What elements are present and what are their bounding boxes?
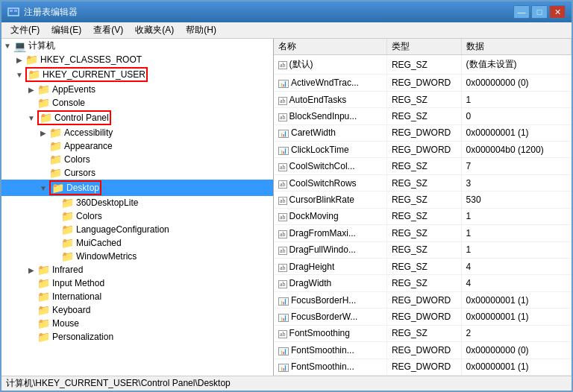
table-row[interactable]: abCursorBlinkRate REG_SZ 530 — [274, 192, 572, 208]
tree-label-personalization: Personalization — [52, 332, 273, 342]
collapse-icon[interactable]: ▼ — [37, 184, 49, 192]
cell-name: 📊FontSmoothin... — [274, 358, 386, 375]
tree-item-windowmetrics[interactable]: 📁WindowMetrics — [1, 250, 273, 263]
close-button[interactable]: ✕ — [549, 5, 566, 19]
reg-sz-icon: ab — [278, 61, 287, 69]
table-row[interactable]: abCoolSwitchRows REG_SZ 3 — [274, 174, 572, 191]
table-row[interactable]: 📊CaretWidth REG_DWORD 0x00000001 (1) — [274, 124, 572, 141]
reg-sz-icon: ab — [278, 197, 287, 205]
tree-item-accessibility[interactable]: ▶📁Accessibility — [1, 126, 273, 139]
folder-icon: 📁 — [37, 97, 50, 109]
tree-item-muicached[interactable]: 📁MuiCached — [1, 236, 273, 250]
tree-item-desktopcolors[interactable]: 📁Colors — [1, 209, 273, 223]
menu-item[interactable]: 编辑(E) — [46, 22, 87, 38]
collapse-icon[interactable]: ▼ — [25, 114, 37, 122]
expand-icon[interactable]: ▶ — [25, 86, 37, 94]
tree-item-desktop[interactable]: ▼ 📁 Desktop — [1, 180, 273, 196]
table-row[interactable]: 📊FontSmoothin... REG_DWORD 0x00000001 (1… — [274, 358, 572, 375]
tree-label-mouse: Mouse — [52, 318, 273, 329]
table-row[interactable]: 📊ActiveWndTrac... REG_DWORD 0x00000000 (… — [274, 75, 572, 91]
table-row[interactable]: abFontSmoothing REG_SZ 2 — [274, 325, 572, 341]
cell-name: abCoolSwitchRows — [274, 174, 386, 191]
tree-item-inputmethod[interactable]: 📁Input Method — [1, 276, 273, 290]
reg-sz-icon: ab — [278, 264, 287, 272]
cell-type: REG_SZ — [386, 241, 461, 258]
folder-icon: 📁 — [28, 69, 40, 80]
tree-label-controlpanel: Control Panel — [54, 113, 109, 123]
minimize-button[interactable]: — — [513, 5, 530, 19]
cell-data: 0x000004b0 (1200) — [461, 142, 571, 158]
cell-data: 0x00000001 (1) — [461, 291, 571, 308]
menu-item[interactable]: 查看(V) — [87, 22, 129, 38]
table-row[interactable]: abDockMoving REG_SZ 1 — [274, 208, 572, 224]
table-row[interactable]: abCoolSwitchCol... REG_SZ 7 — [274, 158, 572, 174]
cell-type: REG_SZ — [386, 325, 461, 341]
folder-icon: 📁 — [37, 304, 50, 316]
tree-item-hkcu[interactable]: ▼ 📁 HKEY_CURRENT_USER — [1, 66, 273, 83]
tree-item-cursors[interactable]: 📁Cursors — [1, 166, 273, 180]
tree-label-windowmetrics: WindowMetrics — [76, 251, 273, 262]
tree-item-desktoplite[interactable]: 📁360DesktopLite — [1, 196, 273, 209]
tree-item-appearance[interactable]: 📁Appearance — [1, 139, 273, 153]
title-bar: 注册表编辑器 — □ ✕ — [1, 1, 572, 22]
table-row[interactable]: abDragFullWindo... REG_SZ 1 — [274, 241, 572, 258]
menu-item[interactable]: 文件(F) — [4, 22, 46, 38]
reg-dword-icon: 📊 — [278, 297, 289, 306]
expand-icon[interactable]: ▶ — [37, 129, 49, 137]
tree-item-international[interactable]: 📁International — [1, 290, 273, 303]
table-row[interactable]: abDragWidth REG_SZ 4 — [274, 275, 572, 291]
menu-item[interactable]: 帮助(H) — [180, 22, 222, 38]
tree-label-infrared: Infrared — [52, 265, 273, 275]
tree-item-console[interactable]: 📁Console — [1, 96, 273, 110]
cell-data: 3 — [461, 174, 571, 191]
table-row[interactable]: 📊FocusBorderW... REG_DWORD 0x00000001 (1… — [274, 309, 572, 325]
tree-item-keyboard[interactable]: 📁Keyboard — [1, 303, 273, 317]
table-row[interactable]: ab(默认) REG_SZ (数值未设置) — [274, 55, 572, 75]
cell-type: REG_DWORD — [386, 124, 461, 141]
cell-name: 📊CaretWidth — [274, 124, 386, 141]
svg-rect-2 — [14, 10, 17, 12]
restore-button[interactable]: □ — [531, 5, 548, 19]
title-text: 注册表编辑器 — [24, 6, 513, 19]
tree-item-mouse[interactable]: 📁Mouse — [1, 317, 273, 330]
cell-type: REG_DWORD — [386, 309, 461, 325]
app-icon — [7, 6, 19, 18]
reg-sz-icon: ab — [278, 97, 287, 105]
reg-sz-icon: ab — [278, 180, 287, 189]
folder-icon: 📁 — [37, 83, 50, 95]
table-row[interactable]: 📊ClickLockTime REG_DWORD 0x000004b0 (120… — [274, 142, 572, 158]
expand-icon[interactable]: ▶ — [25, 266, 37, 274]
table-row[interactable]: abDragHeight REG_SZ 4 — [274, 259, 572, 275]
collapse-icon[interactable]: ▼ — [13, 71, 25, 79]
collapse-icon[interactable]: ▼ — [1, 42, 13, 50]
tree-label-international: International — [52, 291, 273, 302]
table-row[interactable]: 📊FontSmoothin... REG_DWORD 0x00000000 (0… — [274, 342, 572, 358]
tree-label-accessibility: Accessibility — [64, 127, 273, 138]
cell-data: 4 — [461, 275, 571, 291]
folder-icon: 📁 — [37, 277, 50, 289]
table-row[interactable]: abAutoEndTasks REG_SZ 1 — [274, 91, 572, 107]
tree-item-appevents[interactable]: ▶📁AppEvents — [1, 83, 273, 96]
cell-type: REG_SZ — [386, 225, 461, 241]
col-name: 名称 — [274, 39, 386, 55]
cell-data: 0x00000001 (1) — [461, 124, 571, 141]
tree-item-colors[interactable]: 📁Colors — [1, 153, 273, 166]
folder-icon: 📁 — [40, 112, 52, 124]
folder-icon: 📁 — [51, 182, 64, 194]
tree-item-personalization[interactable]: 📁Personalization — [1, 330, 273, 344]
tree-panel[interactable]: ▼💻计算机▶📁HKEY_CLASSES_ROOT▼ 📁 HKEY_CURRENT… — [1, 39, 274, 376]
tree-item-infrared[interactable]: ▶📁Infrared — [1, 263, 273, 276]
tree-item-langconfig[interactable]: 📁LanguageConfiguration — [1, 223, 273, 236]
cell-name: abDragWidth — [274, 275, 386, 291]
table-row[interactable]: 📊FocusBorderH... REG_DWORD 0x00000001 (1… — [274, 291, 572, 308]
cell-data: 530 — [461, 192, 571, 208]
tree-item-hkcr[interactable]: ▶📁HKEY_CLASSES_ROOT — [1, 53, 273, 66]
tree-item-controlpanel[interactable]: ▼ 📁 Control Panel — [1, 110, 273, 126]
main-content: ▼💻计算机▶📁HKEY_CLASSES_ROOT▼ 📁 HKEY_CURRENT… — [1, 39, 572, 376]
table-row[interactable]: abBlockSendInpu... REG_SZ 0 — [274, 108, 572, 124]
cell-data: 0x00000000 (0) — [461, 342, 571, 358]
tree-item-computer[interactable]: ▼💻计算机 — [1, 39, 273, 53]
expand-icon[interactable]: ▶ — [13, 56, 25, 64]
menu-item[interactable]: 收藏夹(A) — [129, 22, 180, 38]
table-row[interactable]: abDragFromMaxi... REG_SZ 1 — [274, 225, 572, 241]
